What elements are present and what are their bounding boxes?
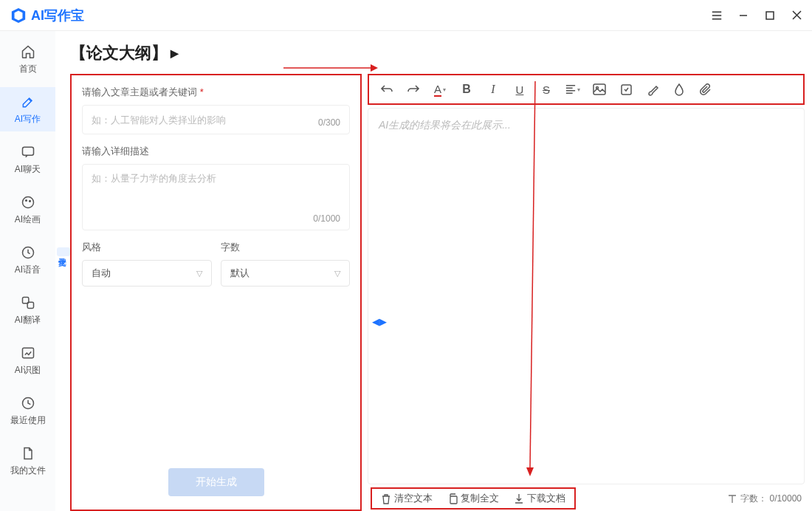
output-panel: A▾ B I U S ▾ AI生成的结果将会在此展示... bbox=[368, 74, 805, 511]
crop-icon[interactable] bbox=[619, 82, 633, 97]
editor-toolbar: A▾ B I U S ▾ bbox=[368, 74, 805, 105]
chevron-down-icon: ▽ bbox=[196, 269, 202, 278]
palette-icon bbox=[20, 194, 36, 210]
download-button[interactable]: 下载文档 bbox=[514, 492, 565, 505]
svg-rect-8 bbox=[22, 348, 33, 357]
sidebar-item-files[interactable]: 我的文件 bbox=[0, 439, 55, 483]
detail-label: 请输入详细描述 bbox=[82, 145, 350, 158]
strike-icon[interactable]: S bbox=[539, 82, 554, 97]
drop-icon[interactable] bbox=[672, 82, 687, 97]
topic-input[interactable] bbox=[92, 114, 340, 126]
undo-icon[interactable] bbox=[379, 82, 394, 97]
bold-icon[interactable]: B bbox=[459, 82, 474, 97]
history-tab[interactable]: 文件记录 bbox=[57, 247, 70, 256]
translate-icon bbox=[20, 295, 36, 311]
app-logo: AI写作宝 bbox=[10, 7, 84, 24]
attach-icon[interactable] bbox=[698, 82, 713, 97]
svg-rect-13 bbox=[450, 496, 457, 504]
editor-area[interactable]: AI生成的结果将会在此展示... bbox=[368, 108, 805, 484]
count-label: 字数 bbox=[221, 241, 351, 254]
sidebar-item-label: AI绘画 bbox=[15, 213, 41, 226]
sidebar-item-label: AI识图 bbox=[15, 364, 41, 377]
panel-divider[interactable]: ◀▶ bbox=[372, 316, 387, 327]
maximize-button[interactable] bbox=[765, 10, 775, 21]
actions-box: 清空文本 复制全文 下载文档 bbox=[371, 487, 576, 510]
app-name: AI写作宝 bbox=[31, 7, 84, 24]
italic-icon[interactable]: I bbox=[486, 82, 500, 97]
svg-rect-1 bbox=[22, 147, 33, 155]
style-label: 风格 bbox=[82, 241, 212, 254]
generate-button[interactable]: 开始生成 bbox=[168, 468, 264, 496]
brush-icon[interactable] bbox=[645, 82, 660, 97]
chat-icon bbox=[20, 144, 36, 160]
sidebar-item-home[interactable]: 首页 bbox=[0, 37, 55, 81]
edit-icon bbox=[20, 94, 36, 110]
page-title: 【论文大纲】 ▶ bbox=[70, 42, 179, 64]
count-select[interactable]: 默认 ▽ bbox=[221, 260, 351, 287]
sidebar-item-label: 首页 bbox=[19, 63, 37, 75]
sidebar-item-label: AI聊天 bbox=[15, 163, 41, 176]
trash-icon bbox=[381, 493, 391, 504]
svg-point-3 bbox=[25, 199, 27, 201]
detail-input[interactable] bbox=[92, 172, 340, 209]
sidebar-item-recent[interactable]: 最近使用 bbox=[0, 388, 55, 433]
topic-counter: 0/300 bbox=[318, 117, 340, 128]
sidebar: 首页 AI写作 AI聊天 AI绘画 AI语音 AI翻译 AI识图 最近使用 bbox=[0, 31, 55, 511]
svg-rect-0 bbox=[766, 12, 774, 19]
titlebar: AI写作宝 bbox=[0, 0, 812, 31]
mic-icon bbox=[20, 244, 36, 261]
copy-icon bbox=[447, 493, 458, 504]
image-icon[interactable] bbox=[592, 82, 607, 97]
topic-label: 请输入文章主题或者关键词 * bbox=[82, 86, 350, 99]
file-icon bbox=[20, 445, 36, 462]
play-icon[interactable]: ▶ bbox=[171, 47, 179, 59]
clock-icon bbox=[20, 395, 36, 411]
svg-point-4 bbox=[29, 200, 30, 202]
sidebar-item-label: AI翻译 bbox=[15, 314, 41, 326]
input-panel: 请输入文章主题或者关键词 * 0/300 请输入详细描述 0/1000 风格 自… bbox=[70, 74, 362, 511]
clear-button[interactable]: 清空文本 bbox=[381, 492, 433, 505]
word-count: 字数： 0/10000 bbox=[727, 493, 802, 505]
image-icon bbox=[20, 345, 36, 361]
text-icon bbox=[727, 494, 737, 504]
sidebar-item-image[interactable]: AI识图 bbox=[0, 338, 55, 383]
sidebar-item-translate[interactable]: AI翻译 bbox=[0, 288, 55, 332]
logo-icon bbox=[10, 7, 27, 24]
hamburger-icon[interactable] bbox=[712, 10, 722, 21]
home-icon bbox=[20, 44, 36, 60]
svg-point-2 bbox=[22, 196, 33, 208]
sidebar-item-chat[interactable]: AI聊天 bbox=[0, 137, 55, 182]
style-select[interactable]: 自动 ▽ bbox=[82, 260, 212, 287]
sidebar-item-voice[interactable]: AI语音 bbox=[0, 238, 55, 282]
download-icon bbox=[514, 493, 524, 504]
detail-counter: 0/1000 bbox=[313, 213, 340, 224]
font-color-icon[interactable]: A▾ bbox=[433, 82, 447, 97]
minimize-button[interactable] bbox=[738, 10, 749, 21]
sidebar-item-write[interactable]: AI写作 bbox=[0, 87, 55, 131]
chevron-down-icon: ▽ bbox=[334, 269, 340, 278]
sidebar-item-label: 我的文件 bbox=[10, 464, 46, 477]
close-button[interactable] bbox=[791, 10, 802, 21]
svg-rect-10 bbox=[593, 84, 605, 95]
align-icon[interactable]: ▾ bbox=[565, 82, 580, 97]
sidebar-item-label: 最近使用 bbox=[10, 414, 46, 427]
sidebar-item-label: AI写作 bbox=[15, 113, 41, 126]
redo-icon[interactable] bbox=[406, 82, 421, 97]
sidebar-item-draw[interactable]: AI绘画 bbox=[0, 188, 55, 232]
copy-button[interactable]: 复制全文 bbox=[447, 492, 499, 505]
sidebar-item-label: AI语音 bbox=[15, 264, 41, 276]
underline-icon[interactable]: U bbox=[512, 82, 527, 97]
